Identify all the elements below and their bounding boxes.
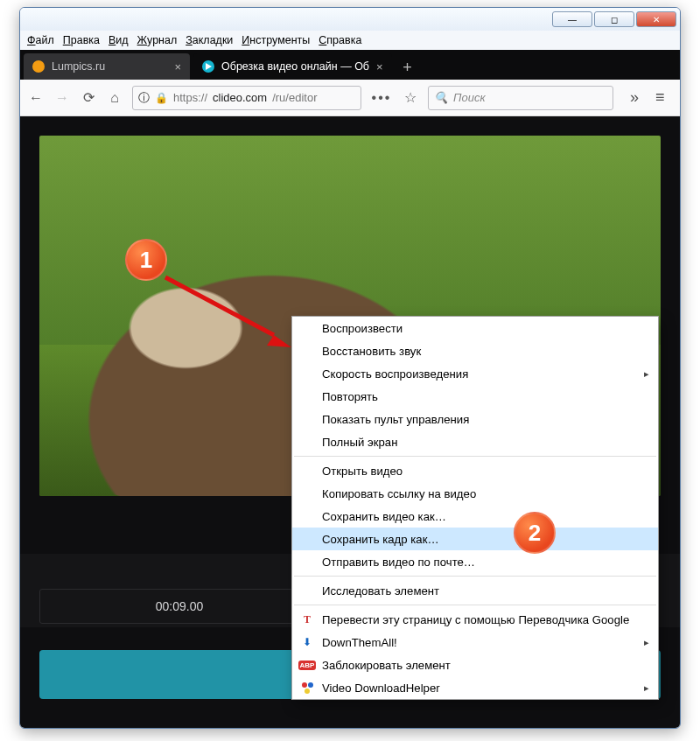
translate-icon: T [299, 612, 315, 627]
new-tab-button[interactable]: + [396, 55, 420, 80]
ctx-controls[interactable]: Показать пульт управления [292, 408, 658, 430]
ctx-email-video[interactable]: Отправить видео по почте… [292, 550, 658, 573]
tab-strip: Lumpics.ru × Обрезка видео онлайн — Об ×… [20, 50, 680, 80]
svg-marker-0 [206, 63, 212, 70]
back-button[interactable]: ← [27, 89, 45, 107]
ctx-separator [294, 456, 656, 457]
menu-bar: Файл Правка Вид Журнал Закладки Инструме… [20, 31, 680, 50]
adblock-icon: ABP [299, 657, 315, 673]
downthemall-icon: ⬇ [299, 634, 315, 650]
info-icon[interactable]: ⓘ [138, 90, 150, 106]
ctx-block-element[interactable]: ABPЗаблокировать элемент [292, 654, 658, 676]
time-from-input[interactable]: 00:09.00 [39, 589, 319, 624]
lock-icon: 🔒 [155, 92, 168, 104]
annotation-arrow [160, 272, 298, 351]
ctx-translate[interactable]: TПеревести эту страницу с помощью Перево… [292, 608, 658, 631]
context-menu: Воспроизвести Восстановить звук Скорость… [291, 316, 659, 700]
nav-toolbar: ← → ⟳ ⌂ ⓘ 🔒 https://clideo.com/ru/editor… [20, 80, 680, 116]
ctx-fullscreen[interactable]: Полный экран [292, 430, 658, 453]
url-scheme: https:// [173, 91, 207, 104]
menu-view[interactable]: Вид [108, 34, 129, 46]
home-button[interactable]: ⌂ [106, 89, 123, 107]
tab-lumpics[interactable]: Lumpics.ru × [24, 53, 190, 80]
browser-window: — ◻ ✕ Файл Правка Вид Журнал Закладки Ин… [19, 7, 681, 729]
ctx-play[interactable]: Воспроизвести [292, 317, 658, 339]
tab-close-icon[interactable]: × [174, 60, 181, 73]
favicon-icon [32, 60, 45, 73]
svg-marker-2 [267, 335, 291, 347]
window-titlebar: — ◻ ✕ [20, 8, 680, 31]
forward-button[interactable]: → [53, 89, 71, 107]
window-maximize-button[interactable]: ◻ [594, 11, 634, 27]
hamburger-menu-button[interactable]: ≡ [655, 88, 673, 107]
tab-label: Обрезка видео онлайн — Об [221, 60, 369, 73]
tab-close-icon[interactable]: × [376, 60, 383, 73]
ctx-separator [294, 576, 656, 577]
svg-line-1 [165, 277, 274, 335]
ctx-video-downloadhelper[interactable]: Video DownloadHelper [292, 676, 658, 699]
menu-bookmarks[interactable]: Закладки [186, 34, 233, 46]
window-minimize-button[interactable]: — [552, 11, 592, 27]
reload-button[interactable]: ⟳ [80, 89, 97, 107]
ctx-open-video[interactable]: Открыть видео [292, 459, 658, 482]
window-close-button[interactable]: ✕ [636, 11, 676, 27]
ctx-loop[interactable]: Повторять [292, 385, 658, 408]
bookmark-star-icon[interactable]: ☆ [402, 89, 419, 107]
overflow-chevron-button[interactable]: » [622, 88, 647, 107]
ctx-speed[interactable]: Скорость воспроизведения [292, 362, 658, 385]
tab-clideo[interactable]: Обрезка видео онлайн — Об × [193, 53, 392, 80]
ctx-inspect[interactable]: Исследовать элемент [292, 579, 658, 602]
ctx-downthemall[interactable]: ⬇DownThemAll! [292, 631, 658, 654]
page-actions-button[interactable]: ••• [370, 90, 393, 106]
ctx-save-video[interactable]: Сохранить видео как… [292, 505, 658, 528]
search-icon: 🔍 [434, 91, 448, 104]
search-field[interactable]: 🔍 Поиск [428, 86, 613, 110]
menu-tools[interactable]: Инструменты [242, 34, 310, 46]
search-placeholder: Поиск [453, 91, 486, 104]
address-bar[interactable]: ⓘ 🔒 https://clideo.com/ru/editor [132, 86, 361, 110]
menu-edit[interactable]: Правка [63, 34, 100, 46]
downloadhelper-icon [299, 680, 315, 696]
url-path: /ru/editor [272, 91, 317, 104]
url-host: clideo.com [213, 91, 267, 104]
menu-history[interactable]: Журнал [137, 34, 178, 46]
annotation-marker-2: 2 [514, 512, 556, 554]
favicon-icon [202, 60, 214, 73]
ctx-save-frame[interactable]: Сохранить кадр как… [292, 528, 658, 550]
menu-file[interactable]: Файл [27, 34, 54, 46]
ctx-separator [294, 605, 656, 605]
ctx-copy-link[interactable]: Копировать ссылку на видео [292, 482, 658, 505]
tab-label: Lumpics.ru [52, 60, 105, 73]
menu-help[interactable]: Справка [318, 34, 361, 46]
ctx-unmute[interactable]: Восстановить звук [292, 339, 658, 362]
page-content: 🔇 1 Воспроизвести Восстановить звук Скор… [20, 116, 680, 728]
